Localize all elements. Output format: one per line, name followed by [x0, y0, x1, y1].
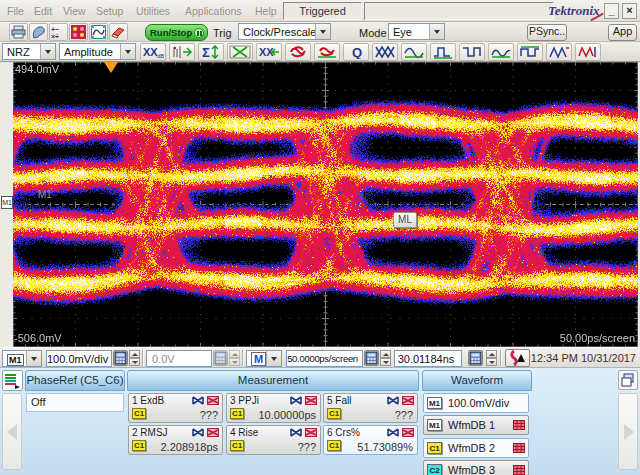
signal-type-select[interactable]: NRZ: [2, 43, 56, 60]
menu-applications[interactable]: Applications: [185, 5, 242, 17]
measurement-cell[interactable]: 4 RiseC1???: [226, 425, 321, 455]
waveform-row[interactable]: C2WfmDB 3: [423, 460, 529, 475]
menu-file[interactable]: File: [7, 5, 24, 17]
menu-edit[interactable]: Edit: [34, 5, 52, 17]
measurement-header[interactable]: Measurement: [127, 370, 419, 391]
jitter-icon[interactable]: [169, 43, 195, 61]
triangle-left-icon: [7, 424, 17, 440]
chevron-down-icon[interactable]: [40, 44, 55, 59]
chevron-down-icon[interactable]: [315, 24, 330, 39]
trigger-status-icon[interactable]: [505, 349, 530, 367]
psync-button[interactable]: PSync..: [527, 24, 567, 41]
offset-field[interactable]: 0.0V: [146, 350, 212, 367]
svg-text:dB: dB: [157, 53, 164, 59]
vertical-scale-field[interactable]: 100.0mV/div: [46, 350, 112, 367]
chevron-down-icon[interactable]: [26, 351, 41, 366]
step-down-button[interactable]: [380, 358, 391, 366]
offset-stepper[interactable]: [229, 350, 240, 366]
chevron-down-icon[interactable]: [266, 351, 281, 366]
mid-level-badge[interactable]: ML: [393, 212, 417, 228]
sigma-icon[interactable]: Σ: [198, 43, 224, 61]
mask2-icon[interactable]: [314, 43, 340, 61]
waveform-badge: C2: [427, 464, 442, 475]
waveform-row[interactable]: M1100.0mV/div: [423, 393, 529, 413]
run-stop-button[interactable]: Run/Stop: [145, 24, 208, 41]
wave6-icon[interactable]: [517, 43, 543, 61]
timebase-select[interactable]: M: [246, 350, 282, 367]
measurement-cell[interactable]: 2 RMSJC12.208918ps: [128, 425, 223, 455]
step-down-button[interactable]: [129, 358, 140, 366]
waveform-row[interactable]: M1WfmDB 1: [423, 415, 529, 435]
waveform-box-icon[interactable]: [89, 23, 108, 41]
math-icon[interactable]: +−×÷: [49, 23, 68, 41]
wave8-icon[interactable]: [575, 43, 601, 61]
app-button[interactable]: App: [608, 24, 637, 41]
waveform-row[interactable]: C1WfmDB 2: [423, 438, 529, 458]
graticule-display[interactable]: 494.0mV -506.0mV 50.00ps/screen M1 ML: [13, 62, 638, 347]
eye-measure-icon: [387, 396, 399, 405]
mode-select[interactable]: Eye: [388, 23, 445, 40]
pager-right-button[interactable]: [618, 393, 638, 470]
horizontal-scale-stepper[interactable]: [380, 350, 391, 366]
menu-help[interactable]: Help: [255, 5, 277, 17]
eye-measure-icon: [192, 396, 204, 405]
keypad-icon[interactable]: [213, 350, 228, 366]
step-up-button[interactable]: [486, 350, 497, 358]
chevron-down-icon[interactable]: [120, 44, 135, 59]
step-down-button[interactable]: [229, 358, 240, 366]
vertical-scale-stepper[interactable]: [129, 350, 140, 366]
keypad-icon[interactable]: [364, 350, 379, 366]
delay-stepper[interactable]: [486, 350, 497, 366]
waveform-header[interactable]: Waveform: [422, 370, 532, 391]
chevron-down-icon[interactable]: [429, 24, 444, 39]
wave4-icon[interactable]: [459, 43, 485, 61]
svg-text:Σ: Σ: [202, 45, 210, 59]
menu-setup[interactable]: Setup: [96, 5, 123, 17]
histogram-icon: [207, 396, 219, 405]
step-down-button[interactable]: [486, 358, 497, 366]
minimize-button[interactable]: _: [604, 3, 619, 19]
restore-panel-icon[interactable]: [618, 370, 638, 390]
wave5-icon[interactable]: [488, 43, 514, 61]
pointer-icon[interactable]: [29, 23, 48, 41]
measurement-label: 4 Rise: [230, 427, 258, 438]
menu-view[interactable]: View: [63, 5, 86, 17]
step-up-button[interactable]: [380, 350, 391, 358]
eye-width-icon[interactable]: XX: [256, 43, 282, 61]
qfactor-icon[interactable]: Q: [343, 43, 369, 61]
step-up-button[interactable]: [229, 350, 240, 358]
delay-field[interactable]: 30.01184ns: [394, 350, 462, 367]
m1-position-marker[interactable]: M1: [1, 196, 13, 209]
phaseref-value[interactable]: Off: [26, 393, 124, 412]
close-button[interactable]: ×: [622, 3, 637, 19]
extinction-ratio-icon[interactable]: XXdB: [140, 43, 166, 61]
panel-list-icon[interactable]: [2, 370, 23, 391]
measurement-cell[interactable]: 1 ExdBC1???: [128, 393, 223, 423]
crossing-icon[interactable]: [227, 43, 253, 61]
mask1-icon[interactable]: [285, 43, 311, 61]
trigger-source-select[interactable]: Clock/Prescale: [238, 23, 331, 40]
horizontal-scale-field[interactable]: 50.0000ps/screen: [286, 350, 363, 367]
mode-label: Mode: [359, 27, 387, 39]
separator: [242, 350, 244, 366]
channel-select[interactable]: M1: [2, 350, 42, 367]
eraser-icon[interactable]: [109, 23, 128, 41]
keypad-icon[interactable]: [468, 350, 483, 366]
wave1-icon[interactable]: [372, 43, 398, 61]
svg-text:×÷: ×÷: [51, 33, 59, 39]
wave7-icon[interactable]: [546, 43, 572, 61]
keypad-icon[interactable]: [113, 350, 128, 366]
measurement-cell[interactable]: 6 Crs%C151.73089%: [323, 425, 418, 455]
menu-utilities[interactable]: Utilities: [136, 5, 170, 17]
print-icon[interactable]: [9, 23, 28, 41]
measurement-cell[interactable]: 5 FallC1???: [323, 393, 418, 423]
horizontal-reference-marker[interactable]: [104, 62, 118, 73]
measure-category-select[interactable]: Amplitude: [59, 43, 136, 60]
wave2-icon[interactable]: [401, 43, 427, 61]
measurement-cell[interactable]: 3 PPJiC110.00000ps: [226, 393, 321, 423]
pager-left-button[interactable]: [2, 393, 22, 470]
phaseref-header[interactable]: PhaseRef (C5_C6): [25, 370, 125, 391]
wave3-icon[interactable]: [430, 43, 456, 61]
color-grade-icon[interactable]: [69, 23, 88, 41]
step-up-button[interactable]: [129, 350, 140, 358]
